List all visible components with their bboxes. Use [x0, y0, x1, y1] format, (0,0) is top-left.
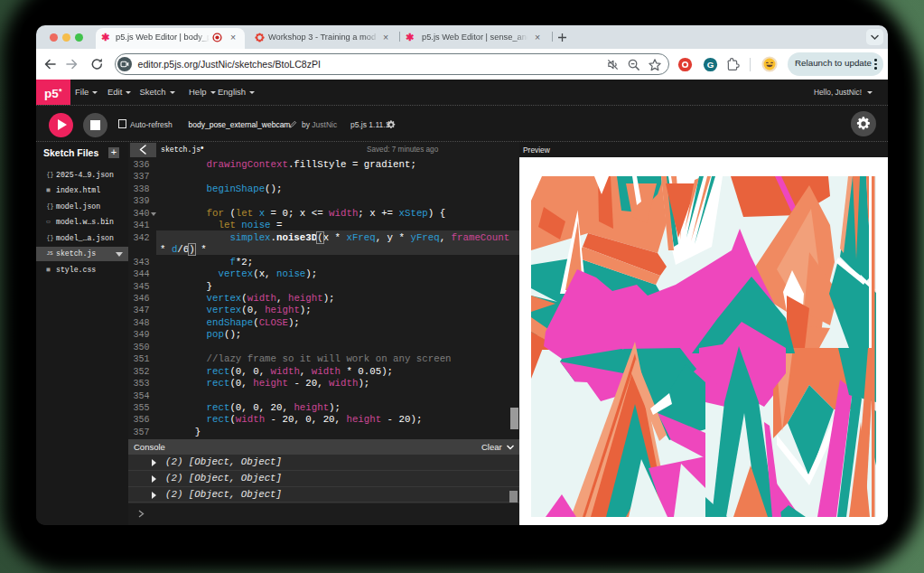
svg-text:G: G	[707, 60, 714, 70]
